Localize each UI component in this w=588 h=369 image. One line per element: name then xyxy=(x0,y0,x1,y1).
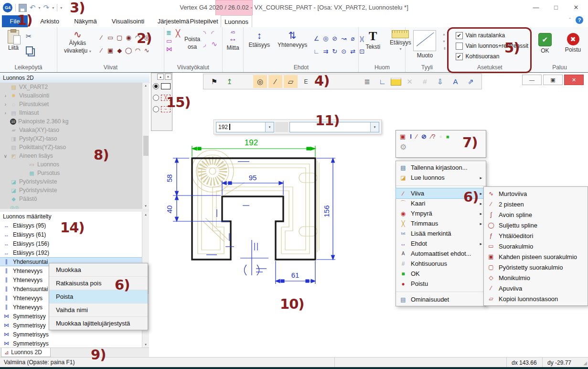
constraint-icon[interactable]: ⇄ xyxy=(348,47,357,56)
scrollbar-thumb[interactable] xyxy=(143,136,149,156)
tree-item[interactable]: ▰ Vaaka(XY)-taso xyxy=(0,126,149,134)
tree-expander-icon[interactable]: › xyxy=(3,110,8,116)
context-menu-item[interactable]: ╳ Trimmaus ▸ xyxy=(396,218,486,228)
context-menu-item[interactable]: ↔ Ehdot ▸ xyxy=(396,239,486,249)
dim-leg-label[interactable]: 61 xyxy=(291,271,299,279)
ribbon-tab[interactable]: Arkisto xyxy=(35,15,64,27)
constraint-list-item[interactable]: ↔ Etäisyys (156) xyxy=(0,239,149,248)
select-solid-icon[interactable] xyxy=(345,75,359,88)
ok-mini-icon[interactable]: ■ xyxy=(446,134,449,140)
submenu-item[interactable]: ∕ 2 pisteen xyxy=(484,199,588,209)
tree-item[interactable]: ▨ VX_PART2 xyxy=(0,83,149,91)
rect-constraint-icon[interactable]: ▣ xyxy=(400,133,406,140)
context-menu-item[interactable]: ● Poistu xyxy=(396,279,486,289)
smart-polyline-button[interactable]: ∿ Älykäs viivaketju ▾ xyxy=(61,29,94,55)
constraint-list-item[interactable]: ↔ Etäisyys (192) xyxy=(0,248,149,257)
context-menu-item[interactable]: A Automaattiset ehdot... xyxy=(396,249,486,259)
tree-item[interactable]: ▦ Pursotus xyxy=(0,169,149,177)
ribbon-tab[interactable]: Pistepilvet xyxy=(190,15,218,27)
shape-style-button[interactable]: Muoto xyxy=(410,29,439,60)
submenu-item[interactable]: ◇ Monikulmio xyxy=(484,272,588,283)
constraint-icon[interactable]: ⌀ xyxy=(348,34,357,43)
radio-icon[interactable] xyxy=(153,106,159,112)
fillet-corner-icon[interactable]: ◜ xyxy=(211,29,219,40)
ruler-icon[interactable] xyxy=(238,75,252,88)
tree-item[interactable]: ∨ ◩ Aineen lisäys xyxy=(0,152,149,160)
context-menu-item[interactable]: Vaihda nimi xyxy=(49,304,148,317)
constraint-icon[interactable]: ⊙ xyxy=(339,47,348,56)
delete-feature-icon[interactable]: ✕ xyxy=(403,75,417,88)
coincidence-constraint-button[interactable]: ⇅ Yhtenevyys xyxy=(275,29,310,49)
ok-button[interactable]: ✔ OK xyxy=(535,32,555,55)
box-select-icon[interactable]: ▫ xyxy=(439,133,442,140)
gear-icon[interactable]: ⚙ xyxy=(400,142,406,152)
tree-item[interactable]: ▧ Poikittais(YZ)-taso xyxy=(0,143,149,152)
remove-part-button[interactable]: Poista osa xyxy=(182,29,203,51)
tree-scrollbar[interactable]: ▴ ▾ xyxy=(142,83,149,209)
measure-reference-icon[interactable]: ↥ xyxy=(223,75,236,88)
mdi-minimize-button[interactable]: — xyxy=(522,75,542,85)
line-tool-icon[interactable]: ∿ xyxy=(142,46,151,55)
distance-constraint-button[interactable]: ↕ Etäisyys xyxy=(246,29,273,49)
diameter-dim-icon[interactable]: ⊘ xyxy=(421,133,427,140)
palette-close-icon[interactable]: ✕ xyxy=(165,74,171,80)
section-view-icon[interactable]: ∟ xyxy=(375,75,389,88)
measure-button[interactable]: 45↔ Mitta xyxy=(224,29,242,52)
insert-part-icon[interactable]: ⇩ xyxy=(433,75,447,88)
line-tool-icon[interactable]: ▢ xyxy=(115,33,124,42)
snap-face-icon[interactable]: ▱ xyxy=(284,75,298,88)
context-menu-item[interactable]: ◪ Lue luonnos ▸ xyxy=(396,173,486,183)
snap-edge-icon[interactable]: E xyxy=(299,75,313,88)
dim-upper-label[interactable]: 58 xyxy=(165,174,173,183)
line-tool-icon[interactable]: ◠ xyxy=(133,46,142,55)
radio-icon[interactable] xyxy=(153,95,159,101)
constraint-icon[interactable]: ∟ xyxy=(312,47,321,56)
dropdown-arrow-icon[interactable]: ▾ xyxy=(370,122,379,132)
tree-item[interactable]: › ✹ Visualisointi xyxy=(0,91,149,100)
fillet-corner-icon[interactable]: ◝ xyxy=(203,29,211,40)
line-tool-icon[interactable]: ◯ xyxy=(124,46,133,55)
constraint-list-item[interactable]: ⋈ Symmetrisyys xyxy=(0,339,149,347)
constraint-icon[interactable]: ↻ xyxy=(330,47,339,56)
ribbon-tab[interactable]: Näkymä xyxy=(72,15,99,27)
maximize-button[interactable]: □ xyxy=(546,0,566,14)
close-button[interactable]: ✕ xyxy=(566,0,586,14)
snap-point-icon[interactable]: ◎ xyxy=(253,75,267,88)
mdi-restore-button[interactable]: ▣ xyxy=(543,75,563,85)
spinner-icon[interactable]: ⇟ xyxy=(443,46,446,51)
submenu-item[interactable]: ▣ Kahden pisteen suorakulmio xyxy=(484,251,588,262)
line-dim-icon[interactable]: ∕ xyxy=(416,133,417,140)
context-menu-item[interactable]: Poista xyxy=(49,290,148,304)
minimize-button[interactable]: — xyxy=(526,0,546,14)
section-tray-icon[interactable] xyxy=(391,77,401,86)
context-menu-item[interactable] xyxy=(396,289,486,292)
submenu-item[interactable]: ʃ Avoin spline xyxy=(484,209,588,220)
spinner-icon[interactable]: ▾ xyxy=(443,39,446,43)
dim-lower-label[interactable]: 40 xyxy=(165,206,173,214)
context-menu-item[interactable]: Muokkaa xyxy=(49,263,148,277)
cad-sketch-drawing[interactable]: 192 xyxy=(158,133,349,295)
line-tool-icon[interactable]: ▭ xyxy=(106,33,115,42)
trim-icon[interactable]: ╳ xyxy=(174,29,182,38)
constraint-list-item[interactable]: ⋈ Symmetrisyys xyxy=(0,330,149,339)
grid-icon[interactable]: # xyxy=(418,75,432,88)
dim-height-label[interactable]: 156 xyxy=(322,205,331,217)
scroll-down-icon[interactable]: ▾ xyxy=(145,343,147,347)
tree-item[interactable]: ◎◎ xyxy=(0,203,149,209)
fillet-corner-icon[interactable]: ∿ xyxy=(211,40,219,50)
tree-item[interactable]: ◨ Pysty(XZ)-taso xyxy=(0,134,149,143)
radio-icon[interactable] xyxy=(153,83,159,89)
mdi-close-button[interactable]: ✕ xyxy=(564,75,584,85)
context-menu-item[interactable] xyxy=(396,183,486,186)
submenu-item[interactable]: ▱ Kopioi luonnostasoon xyxy=(484,293,588,304)
tree-item[interactable]: › ◌ Piirustukset xyxy=(0,100,149,109)
context-menu-item[interactable]: Muokkaa lajittelujärjestystä xyxy=(49,317,148,330)
snap-line-icon[interactable]: ∕ xyxy=(268,75,282,88)
context-menu-item[interactable]: ■ OK xyxy=(396,269,486,279)
exit-button[interactable]: ✖ Poistu xyxy=(562,32,584,54)
tree-expander-icon[interactable]: › xyxy=(3,102,8,107)
line-tool-icon[interactable]: ◆ xyxy=(115,46,124,55)
query-dim-icon[interactable]: ∕? xyxy=(431,133,435,140)
scroll-up-icon[interactable]: ▴ xyxy=(145,84,147,87)
submenu-item[interactable]: ▢ Pyöristetty suorakulmio xyxy=(484,262,588,272)
